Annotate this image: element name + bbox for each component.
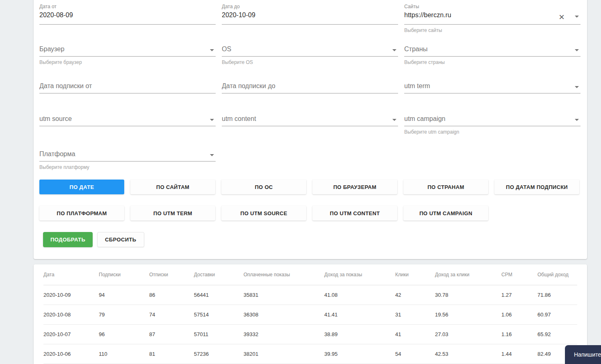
date-from-field: Дата от 2020-08-09 [39,3,216,25]
analytics-dashboard: { "colors": { "accent_blue": "#2196f3", … [0,0,601,364]
cell: 2020-10-07 [43,324,99,344]
cell: 57011 [194,324,244,344]
chevron-down-icon[interactable] [575,16,579,18]
chevron-down-icon[interactable] [210,154,214,156]
col-header-total-revenue: Общий доход [537,264,577,285]
col-header-subscriptions: Подписки [99,264,149,285]
cell: 110 [99,344,149,364]
cell: 71.86 [537,285,577,305]
col-header-date: Дата [43,264,99,285]
tab-by-sites[interactable]: ПО САЙТАМ [130,180,215,194]
countries-field: Страны Выберите страны [404,45,581,66]
stats-table: Дата Подписки Отписки Доставки Оплаченны… [43,264,577,364]
table-row: 2020-10-08 79 74 57514 36308 41.41 31 19… [43,305,577,324]
tab-by-utm-content[interactable]: ПО UTM CONTENT [312,206,397,221]
cell: 96 [99,324,149,344]
group-tabs-row2: ПО ПЛАТФОРМАМ ПО UTM TERM ПО UTM SOURCE … [39,206,488,221]
sites-hint: Выберите сайты [404,27,581,34]
cell: 1.16 [501,324,537,344]
utm-campaign-select[interactable]: utm campaign [404,115,581,126]
sub-date-from-field: Дата подписки от [39,82,216,93]
submit-button[interactable]: ПОДОБРАТЬ [43,232,93,247]
stats-table-card: Дата Подписки Отписки Доставки Оплаченны… [34,264,587,364]
cell: 36308 [244,305,324,324]
platform-field: Платформа Выберите платформу [39,150,216,171]
utm-term-field: utm term [404,82,581,93]
reset-button[interactable]: СБРОСИТЬ [97,232,144,247]
date-from-label: Дата от [39,3,216,10]
sub-date-to-input[interactable]: Дата подписки до [222,82,398,93]
cell: 39.95 [324,344,395,364]
tab-by-utm-campaign[interactable]: ПО UTM CAMPAIGN [403,206,488,221]
platform-hint: Выберите платформу [39,164,216,171]
tab-by-platforms[interactable]: ПО ПЛАТФОРМАМ [39,206,124,221]
cell: 35831 [244,285,324,305]
col-header-clicks: Клики [395,264,435,285]
col-header-click-revenue: Доход за клики [435,264,501,285]
cell: 41 [395,324,435,344]
browser-select[interactable]: Браузер [39,45,216,57]
tab-by-date[interactable]: ПО ДАТЕ [39,180,124,194]
cell: 19.56 [435,305,501,324]
cell: 74 [149,305,194,324]
chevron-down-icon[interactable] [210,119,214,121]
countries-hint: Выберите страны [404,59,581,66]
chevron-down-icon[interactable] [392,49,396,51]
cell: 81 [149,344,194,364]
tab-by-os[interactable]: ПО ОС [221,180,306,194]
os-select[interactable]: OS [222,45,398,57]
date-from-input[interactable]: 2020-08-09 [39,10,216,25]
cell: 2020-10-06 [43,344,99,364]
cell: 1.44 [501,344,537,364]
cell: 42.53 [435,344,501,364]
cell: 65.92 [537,324,577,344]
tab-by-browsers[interactable]: ПО БРАУЗЕРАМ [312,180,397,194]
cell: 38.89 [324,324,395,344]
utm-content-field: utm content [222,115,398,126]
utm-campaign-field: utm campaign Выберите utm campaign [404,115,581,135]
tab-by-utm-term[interactable]: ПО UTM TERM [130,206,215,221]
table-row: 2020-10-07 96 87 57011 39332 38.89 41 27… [43,324,577,344]
cell: 57236 [194,344,244,364]
chevron-down-icon[interactable] [575,86,579,88]
clear-icon[interactable]: ✕ [557,12,567,22]
chat-widget-button[interactable]: Напишите н [565,345,601,364]
utm-term-select[interactable]: utm term [404,82,581,93]
cell: 41.41 [324,305,395,324]
cell: 1.06 [501,305,537,324]
sites-field: Сайты https://berczn.ru ✕ Выберите сайты [404,3,581,34]
sites-select[interactable]: https://berczn.ru ✕ [404,10,581,25]
utm-source-select[interactable]: utm source [39,115,216,126]
sub-date-from-input[interactable]: Дата подписки от [39,82,216,93]
group-tabs-row1: ПО ДАТЕ ПО САЙТАМ ПО ОС ПО БРАУЗЕРАМ ПО … [39,180,579,194]
chevron-down-icon[interactable] [575,119,579,121]
os-hint: Выберите OS [222,59,398,66]
chevron-down-icon[interactable] [210,49,214,51]
table-header-row: Дата Подписки Отписки Доставки Оплаченны… [43,264,577,285]
cell: 57514 [194,305,244,324]
tab-by-countries[interactable]: ПО СТРАНАМ [403,180,488,194]
cell: 56441 [194,285,244,305]
table-row: 2020-10-09 94 86 56441 35831 41.08 42 30… [43,285,577,305]
cell: 87 [149,324,194,344]
date-to-input[interactable]: 2020-10-09 [222,10,398,25]
tab-by-sub-dates[interactable]: ПО ДАТАМ ПОДПИСКИ [494,180,579,194]
chevron-down-icon[interactable] [392,119,396,121]
cell: 27.03 [435,324,501,344]
countries-select[interactable]: Страны [404,45,581,57]
col-header-unsubscriptions: Отписки [149,264,194,285]
utm-source-field: utm source [39,115,216,126]
tab-by-utm-source[interactable]: ПО UTM SOURCE [221,206,306,221]
cell: 94 [99,285,149,305]
date-to-field: Дата до 2020-10-09 [222,3,398,25]
chevron-down-icon[interactable] [575,49,579,51]
col-header-impression-revenue: Доход за показы [324,264,395,285]
platform-select[interactable]: Платформа [39,150,216,162]
cell: 60.97 [537,305,577,324]
cell: 1.27 [501,285,537,305]
browser-field: Браузер Выберите браузер [39,45,216,66]
cell: 30.78 [435,285,501,305]
os-field: OS Выберите OS [222,45,398,66]
cell: 79 [99,305,149,324]
utm-content-select[interactable]: utm content [222,115,398,126]
